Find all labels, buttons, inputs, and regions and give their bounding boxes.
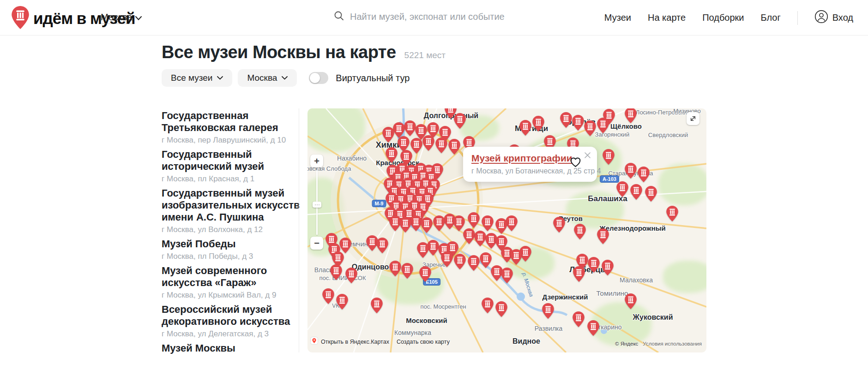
close-icon[interactable] — [584, 152, 591, 161]
museum-list-item[interactable]: Музей Победыг Москва, пл Победы, д 3 — [162, 238, 300, 261]
museum-map-pin-icon[interactable] — [468, 255, 480, 271]
nav-item-collections[interactable]: Подборки — [702, 12, 744, 23]
museum-map-pin-icon[interactable] — [389, 261, 401, 276]
museum-map-pin-icon[interactable] — [417, 242, 429, 258]
museum-map-pin-icon[interactable] — [463, 228, 475, 244]
museum-map-pin-icon[interactable] — [573, 311, 585, 327]
museum-map-pin-icon[interactable] — [336, 294, 348, 310]
museum-list-item[interactable]: Государственный музей изобразительных ис… — [162, 187, 300, 234]
museum-map-pin-icon[interactable] — [339, 238, 351, 253]
museum-map-pin-icon[interactable] — [433, 215, 445, 231]
museum-map-pin-icon[interactable] — [625, 293, 637, 309]
filter-all-museums[interactable]: Все музеи — [162, 69, 232, 87]
museum-map-pin-icon[interactable] — [588, 257, 600, 273]
museum-map-pin-icon[interactable] — [560, 112, 572, 128]
museum-map-pin-icon[interactable] — [482, 298, 494, 313]
museum-address: г Москва, пл Красная, д 1 — [162, 175, 300, 183]
museum-name[interactable]: Государственный музей изобразительных ис… — [162, 187, 300, 223]
museum-list-item[interactable]: Государственная Третьяковская галереяг М… — [162, 110, 300, 144]
museum-list-item[interactable]: Музей Москвы — [162, 342, 300, 354]
museum-map-pin-icon[interactable] — [495, 301, 507, 317]
search-input[interactable] — [350, 12, 521, 22]
museum-map-pin-icon[interactable] — [587, 320, 599, 336]
open-in-yandex-maps-link[interactable]: Открыть в Яндекс.Картах — [321, 339, 389, 345]
museum-name[interactable]: Музей современного искусства «Гараж» — [162, 265, 300, 289]
museum-map-pin-icon[interactable] — [386, 147, 398, 163]
museum-map-pin-icon[interactable] — [382, 127, 394, 143]
museum-map-pin-icon[interactable] — [510, 249, 522, 265]
museum-map-pin-icon[interactable] — [482, 215, 494, 231]
museum-map-pin-icon[interactable] — [448, 139, 460, 155]
museum-map-pin-icon[interactable] — [468, 212, 480, 228]
museum-name[interactable]: Государственный исторический музей — [162, 149, 300, 173]
museum-map-pin-icon[interactable] — [625, 108, 637, 123]
user-icon — [814, 10, 828, 26]
museum-map-pin-icon[interactable] — [573, 266, 585, 282]
place-count: 5221 мест — [404, 50, 446, 60]
museum-map-pin-icon[interactable] — [602, 260, 614, 275]
museum-map-pin-icon[interactable] — [645, 186, 657, 202]
museum-name[interactable]: Всероссийский музей декоративного искусс… — [162, 304, 300, 328]
nav-item-on-map[interactable]: На карте — [648, 12, 686, 23]
museum-map-pin-icon[interactable] — [376, 238, 388, 253]
museum-map-pin-icon[interactable] — [398, 136, 410, 152]
museum-map-pin-icon[interactable] — [574, 224, 586, 239]
museum-map-pin-icon[interactable] — [422, 135, 434, 151]
museum-map-pin-icon[interactable] — [625, 163, 637, 179]
museum-map-pin-icon[interactable] — [597, 228, 609, 244]
museum-map-pin-icon[interactable] — [454, 254, 466, 269]
museum-name[interactable]: Государственная Третьяковская галерея — [162, 110, 300, 134]
museum-map-pin-icon[interactable] — [421, 217, 433, 233]
museum-map-pin-icon[interactable] — [474, 231, 486, 246]
popup-museum-link[interactable]: Музей криптографии — [471, 153, 573, 164]
museum-map-pin-icon[interactable] — [435, 137, 447, 153]
museum-map-pin-icon[interactable] — [584, 120, 596, 136]
museum-map-pin-icon[interactable] — [345, 268, 357, 283]
museum-map-pin-icon[interactable] — [401, 263, 413, 279]
museum-map-pin-icon[interactable] — [322, 288, 334, 304]
museum-map-pin-icon[interactable] — [542, 303, 554, 319]
museum-name[interactable]: Музей Победы — [162, 238, 300, 250]
nav-item-blog[interactable]: Блог — [761, 12, 781, 23]
create-your-map-link[interactable]: Создать свою карту — [397, 339, 450, 345]
museum-map-pin-icon[interactable] — [638, 167, 650, 182]
nav-item-museums[interactable]: Музеи — [604, 12, 631, 23]
museum-map-pin-icon[interactable] — [616, 181, 628, 197]
filter-city[interactable]: Москва — [238, 69, 297, 87]
virtual-tour-label[interactable]: Виртуальный тур — [336, 73, 410, 84]
museum-name[interactable]: Музей Москвы — [162, 342, 300, 354]
museum-map-pin-icon[interactable] — [532, 116, 544, 131]
museum-map-pin-icon[interactable] — [495, 218, 507, 234]
city-selector[interactable]: Москва — [101, 12, 142, 24]
museum-map-pin-icon[interactable] — [441, 251, 453, 267]
zoom-slider-handle[interactable] — [313, 202, 321, 208]
museum-list-item[interactable]: Государственный исторический музейг Моск… — [162, 149, 300, 183]
zoom-in-button[interactable]: + — [310, 155, 323, 167]
museum-map-pin-icon[interactable] — [393, 122, 405, 138]
museum-map-pin-icon[interactable] — [630, 184, 642, 200]
museum-map-pin-icon[interactable] — [399, 217, 411, 233]
museum-map-pin-icon[interactable] — [553, 217, 565, 233]
fullscreen-button[interactable] — [687, 112, 699, 125]
museum-address: г Москва, пл Победы, д 3 — [162, 252, 300, 261]
museum-map-pin-icon[interactable] — [371, 298, 383, 313]
museum-map-pin-icon[interactable] — [480, 252, 492, 268]
terms-of-use-link[interactable]: Условия использования — [643, 341, 702, 346]
museum-list-item[interactable]: Музей современного искусства «Гараж»г Мо… — [162, 265, 300, 299]
museum-map-pin-icon[interactable] — [666, 206, 678, 221]
museum-map-pin-icon[interactable] — [597, 118, 609, 133]
museum-map-pin-icon[interactable] — [603, 149, 615, 165]
favorite-heart-icon[interactable] — [570, 157, 581, 169]
museum-list-item[interactable]: Всероссийский музей декоративного искусс… — [162, 304, 300, 338]
zoom-out-button[interactable]: − — [310, 237, 323, 250]
map-canvas[interactable]: р. Москва МКАД ДолгопрудныйМытищиКоролёв… — [307, 108, 706, 352]
virtual-tour-toggle[interactable] — [309, 72, 328, 84]
museum-map-pin-icon[interactable] — [454, 113, 466, 129]
museum-map-pin-icon[interactable] — [404, 120, 416, 136]
museum-map-pin-icon[interactable] — [501, 268, 513, 283]
museum-map-pin-icon[interactable] — [419, 266, 431, 282]
museum-map-pin-icon[interactable] — [572, 115, 584, 131]
museum-map-pin-icon[interactable] — [330, 264, 342, 280]
museum-map-pin-icon[interactable] — [519, 120, 531, 136]
login-button[interactable]: Вход — [814, 10, 853, 26]
